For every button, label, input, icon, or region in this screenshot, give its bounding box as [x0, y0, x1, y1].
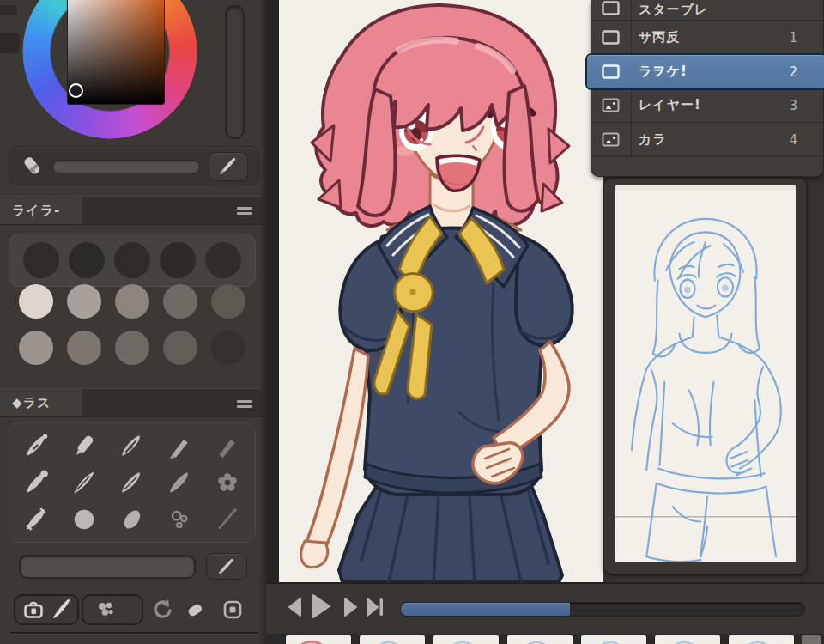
step-back-button[interactable] [287, 597, 302, 617]
layer-visibility-checkbox[interactable] [602, 30, 620, 45]
recent-color-swatch[interactable] [205, 242, 241, 278]
undo-icon[interactable] [151, 598, 173, 621]
color-swatch[interactable] [163, 331, 197, 365]
saturation-value-square[interactable] [67, 0, 165, 105]
filmstrip-end-button[interactable] [802, 635, 821, 644]
brush-flat-brush[interactable] [20, 429, 54, 462]
brush-long-blade[interactable] [67, 466, 101, 499]
recent-color-swatch[interactable] [23, 242, 59, 278]
layer-label: スターブレ [639, 2, 708, 18]
brush-grid [9, 422, 256, 543]
layer-row-5[interactable]: カラ4 [591, 123, 823, 157]
flat-brush-icon [24, 433, 50, 459]
pen-button[interactable] [209, 152, 248, 181]
layer-label: サ丙反 [639, 29, 680, 46]
layer-number: 3 [789, 98, 797, 113]
color-cursor[interactable] [69, 83, 83, 98]
filmstrip-frame-1[interactable] [286, 635, 351, 644]
step-forward-button[interactable] [342, 597, 358, 617]
pen-tool-icon[interactable] [51, 598, 73, 621]
recent-color-swatch[interactable] [160, 242, 196, 278]
brush-soft-pencil[interactable] [163, 466, 197, 499]
filmstrip-frame-5[interactable] [581, 635, 646, 644]
marker-icon [20, 154, 45, 178]
layer-row-2[interactable]: サ丙反1 [591, 21, 823, 55]
brush-round-brush[interactable] [20, 466, 54, 499]
layer-visibility-checkbox[interactable] [602, 1, 620, 15]
brush-marker[interactable] [67, 429, 101, 462]
filmstrip-frame-7[interactable] [729, 635, 794, 644]
ink-nib-icon [119, 433, 145, 459]
layer-label: カラ [639, 131, 667, 148]
main-canvas[interactable] [279, 0, 603, 582]
timeline-progress [401, 603, 570, 616]
brush-settings-button[interactable] [206, 553, 247, 580]
brush-pencil[interactable] [163, 429, 197, 462]
divider [10, 632, 258, 634]
left-tool-panel: ライラ- ◆ラス [0, 0, 266, 644]
layer-row-3[interactable]: ラヲケ!2 [587, 55, 824, 88]
color-swatch[interactable] [67, 331, 101, 365]
paint-app-window: ライラ- ◆ラス [0, 0, 824, 644]
recent-color-swatch[interactable] [69, 242, 105, 278]
vertical-slider[interactable] [225, 5, 245, 139]
play-button[interactable] [311, 593, 331, 619]
filmstrip-frame-3[interactable] [433, 635, 499, 644]
brush-round-stamp[interactable] [67, 503, 101, 536]
skip-to-end-button[interactable] [365, 597, 385, 617]
menu-equals-icon[interactable] [237, 207, 252, 215]
layer-number: 1 [789, 30, 797, 46]
eraser-icon[interactable] [184, 598, 206, 621]
layer-label: レイヤー! [639, 97, 701, 113]
color-swatch[interactable] [115, 284, 149, 319]
color-swatch[interactable] [211, 331, 245, 365]
pencil-icon [167, 433, 193, 459]
filmstrip-frame-4[interactable] [507, 635, 573, 644]
long-blade-icon [71, 470, 97, 495]
tab-swatches[interactable]: ライラ- [0, 197, 82, 224]
mixer-tool-icon[interactable] [94, 598, 117, 621]
color-swatch[interactable] [19, 331, 53, 365]
color-swatch[interactable] [19, 284, 53, 319]
tab-brushes[interactable]: ◆ラス [0, 389, 82, 416]
bag-tool-icon[interactable] [22, 598, 45, 621]
brush-fan-brush[interactable] [20, 503, 54, 536]
layer-number: 4 [789, 132, 797, 148]
flower-stamp-icon [215, 470, 240, 495]
brush-ink-nib[interactable] [115, 429, 149, 462]
recent-colors-box [9, 234, 256, 287]
layer-visibility-checkbox[interactable] [602, 64, 620, 79]
layer-row-4[interactable]: レイヤー!3 [591, 88, 823, 123]
filmstrip-frame-6[interactable] [655, 635, 720, 644]
reference-sketch [615, 191, 796, 562]
brush-flower-stamp[interactable] [210, 466, 245, 499]
layer-thumbnail-icon[interactable] [602, 98, 620, 112]
color-swatch[interactable] [67, 284, 101, 319]
slider-track[interactable] [52, 160, 200, 173]
menu-equals-icon[interactable] [237, 400, 252, 408]
brush-pencil-soft[interactable] [210, 429, 245, 462]
brush-spray[interactable] [163, 503, 197, 536]
brush-smudge[interactable] [115, 503, 149, 536]
filmstrip-frame-2[interactable] [360, 635, 425, 644]
color-swatch[interactable] [211, 284, 245, 319]
brush-fine-liner[interactable] [210, 503, 245, 536]
brush-leaf-brush[interactable] [115, 466, 149, 499]
recent-color-swatch[interactable] [114, 242, 150, 278]
color-swatch[interactable] [163, 284, 197, 319]
layer-thumbnail-icon[interactable] [602, 132, 620, 147]
timeline-scrubber[interactable] [400, 602, 805, 617]
bottom-slider[interactable] [19, 555, 196, 579]
brush-size-slider-row [9, 146, 259, 185]
brush-icon [216, 557, 237, 576]
color-swatch[interactable] [115, 331, 149, 365]
collapsed-edge-button[interactable] [0, 33, 20, 53]
frame-icon[interactable] [221, 598, 244, 621]
collapsed-edge-button[interactable] [0, 5, 17, 15]
layer-label: ラヲケ! [639, 64, 688, 80]
layer-number: 2 [789, 64, 797, 80]
layer-row-1[interactable]: スターブレ [591, 0, 823, 21]
fine-liner-icon [215, 507, 240, 532]
filmstrip [266, 634, 824, 644]
spray-icon [167, 507, 193, 532]
